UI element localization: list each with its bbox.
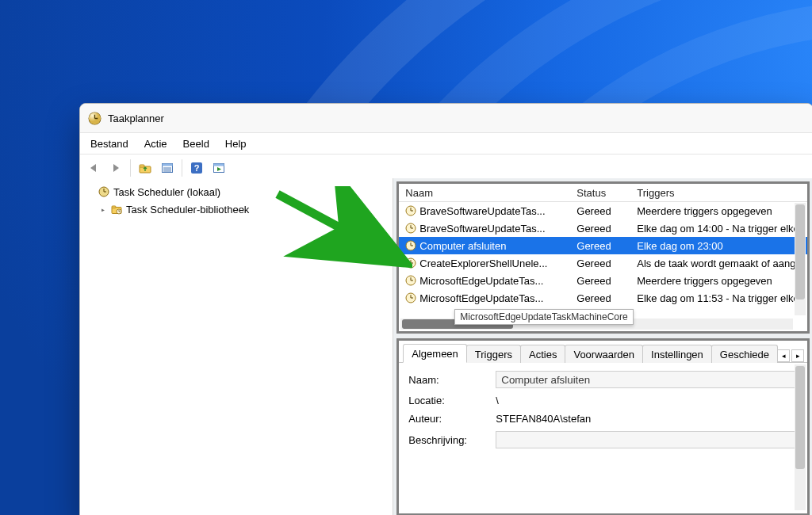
task-name: BraveSoftwareUpdateTas... [419,205,545,217]
action-pane-button[interactable] [209,158,229,178]
task-clock-icon [405,205,416,216]
tab-actions[interactable]: Acties [520,345,565,363]
arrow-left-icon [87,162,100,174]
task-clock-icon [405,240,416,251]
task-row[interactable]: BraveSoftwareUpdateTas...GereedMeerdere … [399,202,807,219]
tab-conditions[interactable]: Voorwaarden [565,345,643,363]
task-trigger: Elke dag om 11:53 - Na trigger elke [630,292,807,304]
tree-root-node[interactable]: Task Scheduler (lokaal) [83,183,389,200]
general-form: Naam: Locatie: \ Auteur: STEFAN840A\stef… [399,363,807,463]
toolbar-separator [130,159,131,177]
task-row[interactable]: MicrosoftEdgeUpdateTas...GereedMeerdere … [399,272,807,289]
task-trigger: Elke dag om 14:00 - Na trigger elke [630,223,807,235]
task-clock-icon [405,223,416,234]
col-header-name[interactable]: Naam [399,187,570,199]
task-status: Gereed [570,292,630,304]
field-name[interactable] [496,371,798,388]
content-area: Naam Status Triggers BraveSoftwareUpdate… [393,178,812,515]
tree-library-node[interactable]: ▸ Task Scheduler-bibliotheek [83,200,389,218]
label-author: Auteur: [408,413,496,425]
up-folder-button[interactable] [135,158,155,178]
nav-tree[interactable]: Task Scheduler (lokaal) ▸ Task Scheduler… [80,178,393,515]
list-pane-icon [161,162,174,174]
task-status: Gereed [570,258,630,269]
task-list-header[interactable]: Naam Status Triggers [399,184,807,202]
run-icon [213,162,225,174]
task-name: Computer afsluiten [419,240,506,252]
menu-item-action[interactable]: Actie [137,136,174,151]
menu-item-file[interactable]: Bestand [83,136,136,151]
tab-scroll-right[interactable]: ▸ [791,349,804,362]
window-title: Taakplanner [108,113,164,124]
tab-settings[interactable]: Instellingen [642,345,712,363]
task-clock-icon [405,275,416,286]
row-tooltip: MicrosoftEdgeUpdateTaskMachineCore [454,309,633,325]
menu-bar: Bestand Actie Beeld Help [80,133,812,154]
task-list-pane: Naam Status Triggers BraveSoftwareUpdate… [396,181,810,334]
task-clock-icon [405,258,416,269]
details-vertical-scrollbar[interactable] [795,364,806,510]
task-name: BraveSoftwareUpdateTas... [419,223,545,235]
properties-button[interactable] [157,158,178,178]
details-tabstrip: Algemeen Triggers Acties Voorwaarden Ins… [399,341,807,363]
task-trigger: Meerdere triggers opgegeven [630,205,807,217]
value-author: STEFAN840A\stefan [496,413,798,425]
task-name: MicrosoftEdgeUpdateTas... [419,292,543,304]
task-status: Gereed [570,275,630,287]
task-status: Gereed [570,223,630,235]
task-row[interactable]: CreateExplorerShellUnele...GereedAls de … [399,254,807,272]
svg-rect-19 [112,206,116,208]
task-list-rows: BraveSoftwareUpdateTas...GereedMeerdere … [399,202,807,307]
help-icon: ? [190,162,203,174]
scheduler-root-icon [98,186,109,197]
task-clock-icon [405,292,416,303]
toolbar-separator [182,159,182,177]
label-description: Beschrijving: [408,434,496,446]
tree-library-label: Task Scheduler-bibliotheek [126,204,249,216]
menu-item-help[interactable]: Help [218,136,254,151]
tab-scroll-left[interactable]: ◂ [777,349,790,362]
scrollbar-thumb[interactable] [795,366,805,469]
tab-triggers[interactable]: Triggers [466,345,521,363]
tab-history[interactable]: Geschiede [711,345,778,363]
library-folder-icon [111,204,122,215]
value-location: \ [496,395,798,406]
tab-general[interactable]: Algemeen [403,344,467,363]
col-header-status[interactable]: Status [570,187,630,199]
field-description[interactable] [496,431,798,448]
svg-rect-14 [214,164,224,166]
task-status: Gereed [570,205,630,217]
nav-forward-button[interactable] [105,158,126,178]
svg-rect-7 [163,164,173,166]
task-name: CreateExplorerShellUnele... [419,258,547,269]
tab-scroll-buttons: ◂ ▸ [777,349,807,362]
col-header-triggers[interactable]: Triggers [630,187,807,199]
task-trigger: Als de taak wordt gemaakt of aang [630,258,807,269]
title-bar[interactable]: Taakplanner [80,104,812,133]
task-status: Gereed [570,240,630,252]
desktop-wallpaper: Taakplanner Bestand Actie Beeld Help [0,0,812,515]
task-name: MicrosoftEdgeUpdateTas... [419,275,543,287]
client-area: Task Scheduler (lokaal) ▸ Task Scheduler… [80,178,812,515]
tree-root-label: Task Scheduler (lokaal) [113,186,220,198]
scrollbar-thumb[interactable] [795,204,805,299]
task-trigger: Meerdere triggers opgegeven [630,275,807,287]
task-details-pane: Algemeen Triggers Acties Voorwaarden Ins… [396,338,810,515]
nav-back-button[interactable] [83,158,104,178]
task-scheduler-window: Taakplanner Bestand Actie Beeld Help [79,103,812,515]
task-row[interactable]: Computer afsluitenGereedElke dag om 23:0… [399,237,807,254]
menu-item-view[interactable]: Beeld [176,136,216,151]
arrow-right-icon [109,162,122,174]
task-row[interactable]: BraveSoftwareUpdateTas...GereedElke dag … [399,219,807,237]
app-clock-icon [88,112,102,125]
expand-icon[interactable]: ▸ [99,205,107,214]
task-row[interactable]: MicrosoftEdgeUpdateTas...GereedElke dag … [399,289,807,307]
svg-text:?: ? [194,163,200,173]
label-location: Locatie: [408,395,496,406]
label-name: Naam: [408,374,496,386]
list-vertical-scrollbar[interactable] [795,203,806,315]
help-button[interactable]: ? [186,158,207,178]
task-trigger: Elke dag om 23:00 [630,240,807,252]
folder-up-icon [139,162,151,174]
svg-rect-5 [140,165,144,167]
